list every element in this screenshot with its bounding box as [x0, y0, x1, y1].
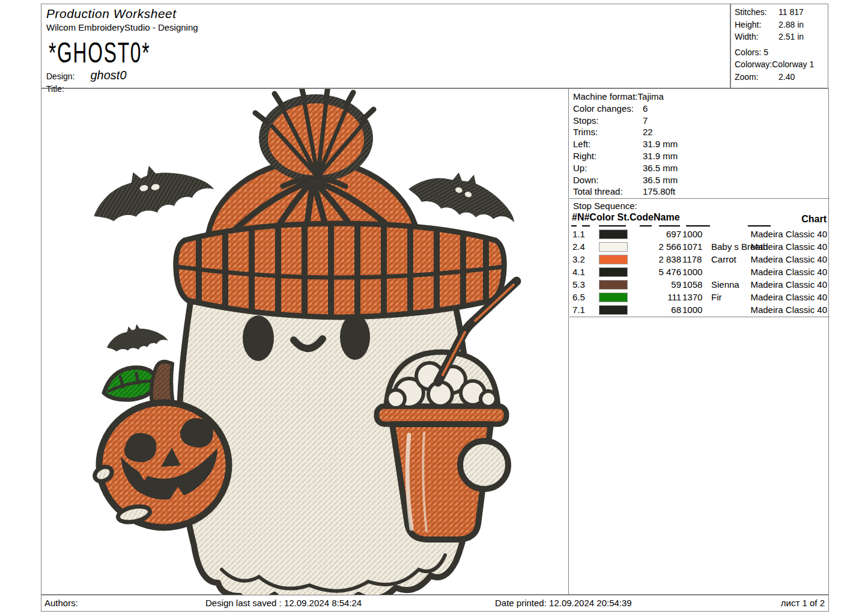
thread-code: 1370	[682, 291, 702, 303]
row-value: 31.9 mm	[643, 151, 678, 161]
color-swatch	[599, 267, 628, 277]
summary-box: Stitches:11 817 Height:2.88 in Width:2.5…	[730, 4, 828, 88]
column-underline	[582, 225, 590, 226]
bat-icon	[104, 320, 168, 354]
stitch-count: 697	[630, 228, 681, 240]
row-label: Total thread:	[573, 186, 643, 198]
thread-chart: Madeira Classic 40	[750, 291, 827, 303]
table-row: 7.1681000Madeira Classic 40	[569, 303, 830, 316]
stop-number: 1.1	[572, 228, 585, 240]
column-underline	[571, 225, 577, 226]
row-value: 7	[643, 115, 648, 126]
row-value: 2.40	[778, 72, 795, 82]
row-value: 175.80ft	[643, 186, 675, 196]
stop-number: 5.3	[572, 278, 585, 291]
thread-code: 1178	[682, 253, 702, 266]
color-swatch	[599, 280, 628, 290]
stats-panel: Machine format:Tajima Color changes:6 St…	[569, 89, 830, 595]
machine-row: Left:31.9 mm	[573, 138, 830, 150]
summary-row: Colors: 5	[735, 46, 828, 59]
row-label: Left:	[573, 138, 643, 150]
row-value: 6	[643, 103, 648, 114]
row-label: Up:	[573, 162, 643, 174]
thread-name: Fir	[711, 291, 722, 303]
thread-chart: Madeira Classic 40	[750, 228, 827, 240]
row-value: 36.5 mm	[643, 175, 678, 185]
machine-row: Down:36.5 mm	[573, 174, 830, 186]
main-area: Machine format:Tajima Color changes:6 St…	[41, 88, 829, 595]
row-value: Tajima	[638, 91, 664, 102]
app-subtitle: Wilcom EmbroideryStudio - Designing	[46, 22, 725, 32]
thread-code: 1000	[682, 266, 702, 278]
machine-row: Trims:22	[573, 126, 830, 138]
column-underline	[686, 225, 710, 226]
color-swatch	[599, 229, 628, 239]
footer-bar: Authors: Design last saved : 12.09.2024 …	[41, 595, 829, 612]
pumpkin-stem	[151, 362, 173, 406]
row-label: Machine format:	[573, 91, 638, 102]
row-label: Trims:	[573, 126, 643, 138]
color-swatch	[599, 242, 628, 252]
design-name: ghost0	[90, 68, 126, 82]
stitch-count: 68	[630, 303, 681, 316]
stitch-count: 2 566	[630, 240, 681, 253]
thread-name: Carrot	[711, 253, 736, 266]
summary-row: Colorway:Colorway 1	[735, 58, 828, 71]
row-label: Zoom:	[735, 71, 778, 84]
thread-chart: Madeira Classic 40	[750, 253, 827, 266]
stop-number: 3.2	[572, 253, 585, 266]
sheet-number: лист 1 of 2	[781, 598, 825, 608]
machine-row: Right:31.9 mm	[573, 150, 830, 162]
row-value: 5	[763, 47, 768, 57]
summary-row: Stitches:11 817	[735, 6, 828, 19]
color-swatch	[599, 255, 628, 264]
thread-chart: Madeira Classic 40	[750, 266, 827, 278]
stop-number: 6.5	[572, 291, 585, 303]
table-row: 3.22 8381178CarrotMadeira Classic 40	[569, 253, 830, 266]
stop-number: 4.1	[572, 266, 585, 278]
machine-info: Machine format:Tajima Color changes:6 St…	[569, 89, 830, 199]
bat-icon	[405, 159, 524, 230]
ghost-hand	[460, 441, 508, 489]
row-label: Stitches:	[735, 6, 778, 19]
stitch-count: 5 476	[630, 266, 681, 278]
row-label: Color changes:	[573, 103, 643, 115]
table-row: 1.16971000Madeira Classic 40	[569, 228, 830, 240]
row-value: 31.9 mm	[643, 139, 678, 149]
row-value: 2.88 in	[778, 20, 804, 29]
row-label: Colorway:	[735, 59, 772, 69]
stop-table-header-chart: Chart	[801, 214, 827, 225]
summary-row: Height:2.88 in	[735, 19, 828, 31]
table-row: 2.42 5661071Baby s BreathMadeira Classic…	[569, 240, 830, 253]
stop-number: 2.4	[572, 240, 585, 253]
design-line: Design:ghost0	[46, 68, 725, 82]
design-code: *GHOST0*	[49, 36, 630, 69]
bat-icon	[85, 152, 216, 228]
row-label: Right:	[573, 150, 643, 162]
thread-chart: Madeira Classic 40	[750, 240, 827, 253]
design-label: Design:	[46, 71, 74, 81]
thread-code: 1000	[682, 303, 702, 316]
column-underline	[659, 225, 680, 226]
authors-label: Authors:	[44, 598, 78, 608]
thread-chart: Madeira Classic 40	[750, 303, 827, 316]
table-row: 4.15 4761000Madeira Classic 40	[569, 266, 830, 278]
column-underline	[640, 225, 652, 226]
date-printed: Date printed: 12.09.2024 20:54:39	[495, 598, 632, 608]
color-swatch	[599, 293, 628, 302]
column-underline	[599, 225, 626, 226]
machine-row: Up:36.5 mm	[573, 162, 830, 174]
row-label: Colors:	[735, 47, 763, 57]
thread-chart: Madeira Classic 40	[750, 278, 827, 291]
last-saved: Design last saved : 12.09.2024 8:54:24	[205, 598, 362, 608]
row-label: Stops:	[573, 115, 643, 127]
row-value: 2.51 in	[778, 32, 804, 41]
machine-row: Machine format:Tajima	[573, 91, 830, 103]
row-value: Colorway 1	[772, 59, 814, 69]
machine-row: Stops:7	[573, 115, 830, 127]
stop-sequence-table: 1.16971000Madeira Classic 40 2.42 566107…	[569, 228, 830, 317]
stop-sequence-title: Stop Sequence:	[573, 201, 637, 211]
thread-code: 1058	[682, 278, 702, 291]
table-row: 6.51111370FirMadeira Classic 40	[569, 291, 830, 303]
stitch-count: 59	[630, 278, 681, 291]
